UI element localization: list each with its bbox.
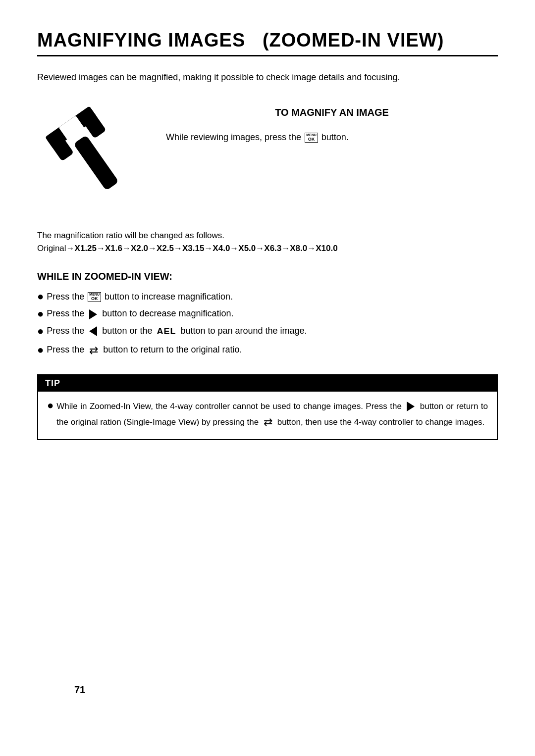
magnify-instructions: TO MAGNIFY AN IMAGE While reviewing imag…: [166, 102, 498, 145]
bullet-dot-1: ●: [37, 291, 44, 302]
ael-icon-3: AEL: [157, 324, 176, 339]
tip-bullet-dot: ●: [47, 400, 54, 411]
bullet-dot-4: ●: [37, 345, 44, 355]
swap-icon-tip: ⇄: [264, 413, 272, 431]
tip-content: ● While in Zoomed-In View, the 4-way con…: [38, 392, 497, 439]
bullet-item-2: ● Press the button to decrease magnifica…: [37, 306, 498, 321]
bullet-2-text: Press the button to decrease magnificati…: [47, 306, 233, 321]
wrench-image: [37, 102, 146, 211]
intro-text: Reviewed images can be magnified, making…: [37, 70, 498, 85]
title-underline: [37, 55, 498, 56]
bullet-dot-3: ●: [37, 326, 44, 337]
magnify-body-text: While reviewing images, press the MENU O…: [166, 130, 498, 145]
bullet-dot-2: ●: [37, 308, 44, 319]
bullet-3-text: Press the button or the AEL button to pa…: [47, 323, 307, 339]
bullet-4-text: Press the ⇄ button to return to the orig…: [47, 341, 242, 359]
bullet-item-4: ● Press the ⇄ button to return to the or…: [37, 341, 498, 359]
swap-icon-4: ⇄: [89, 341, 98, 359]
bullet-1-text: Press the MENU OK button to increase mag…: [47, 289, 233, 304]
magnification-ratio: Original→X1.25→X1.6→X2.0→X2.5→X3.15→X4.0…: [37, 244, 498, 253]
play-right-icon-2: [89, 309, 97, 319]
tip-list-item: ● While in Zoomed-In View, the 4-way con…: [47, 400, 488, 431]
tip-body-text: While in Zoomed-In View, the 4-way contr…: [56, 400, 488, 431]
bullet-item-1: ● Press the MENU OK button to increase m…: [37, 289, 498, 304]
play-left-icon-3: [89, 326, 97, 336]
magnify-subtitle: TO MAGNIFY AN IMAGE: [166, 107, 498, 118]
bullet-item-3: ● Press the button or the AEL button to …: [37, 323, 498, 339]
magnification-note: The magnification ratio will be changed …: [37, 231, 498, 241]
menu-ok-icon-1: MENU OK: [88, 292, 101, 302]
magnification-section: The magnification ratio will be changed …: [37, 231, 498, 253]
menu-ok-icon-magnify: MENU OK: [305, 133, 318, 143]
top-section: TO MAGNIFY AN IMAGE While reviewing imag…: [37, 102, 498, 211]
zoomed-title: WHILE IN ZOOMED-IN VIEW:: [37, 271, 498, 282]
tip-header: TIP: [38, 375, 497, 392]
play-right-icon-tip: [407, 402, 415, 411]
page-title: MAGNIFYING IMAGES (ZOOMED-IN VIEW): [37, 30, 498, 51]
wrench-svg: [40, 104, 144, 208]
page-number: 71: [74, 684, 85, 696]
svg-rect-0: [73, 135, 119, 191]
tip-box: TIP ● While in Zoomed-In View, the 4-way…: [37, 374, 498, 440]
zoomed-section: WHILE IN ZOOMED-IN VIEW: ● Press the MEN…: [37, 271, 498, 359]
zoomed-bullet-list: ● Press the MENU OK button to increase m…: [37, 289, 498, 359]
